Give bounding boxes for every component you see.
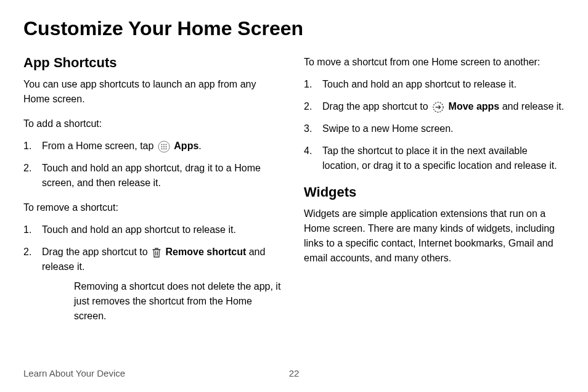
remove-shortcut-lead: To remove a shortcut:	[23, 200, 284, 215]
move-shortcut-lead: To move a shortcut from one Home screen …	[304, 55, 565, 70]
svg-point-6	[165, 146, 166, 147]
move-step-1: Touch and hold an app shortcut to releas…	[304, 77, 565, 92]
svg-point-4	[161, 146, 162, 147]
svg-point-1	[161, 144, 162, 145]
remove-step-2: Drag the app shortcut to Remove shortcut…	[23, 245, 284, 324]
remove-shortcut-steps: Touch and hold an app shortcut to releas…	[23, 223, 284, 324]
add-step-1-bold: Apps	[174, 141, 198, 151]
svg-point-3	[165, 144, 166, 145]
page-title: Customize Your Home Screen	[23, 17, 565, 40]
add-step-1-pre: From a Home screen, tap	[42, 141, 157, 151]
add-step-1: From a Home screen, tap Apps.	[23, 139, 284, 153]
left-column: App Shortcuts You can use app shortcuts …	[23, 55, 284, 333]
svg-point-9	[165, 148, 166, 149]
remove-step-2-bold: Remove shortcut	[166, 247, 247, 257]
remove-step-2-pre: Drag the app shortcut to	[42, 247, 150, 257]
svg-point-7	[161, 148, 162, 149]
svg-point-2	[163, 144, 165, 145]
remove-note: Removing a shortcut does not delete the …	[74, 279, 284, 324]
remove-step-1: Touch and hold an app shortcut to releas…	[23, 223, 284, 237]
move-step-2-pre: Drag the app shortcut to	[322, 101, 431, 112]
move-shortcut-steps: Touch and hold an app shortcut to releas…	[304, 77, 565, 173]
move-step-2-post: and release it.	[499, 101, 564, 112]
trash-icon	[152, 247, 161, 258]
add-shortcut-lead: To add a shortcut:	[23, 116, 284, 131]
app-shortcuts-intro: You can use app shortcuts to launch an a…	[23, 77, 284, 107]
move-step-4: Tap the shortcut to place it in the next…	[304, 144, 565, 173]
widgets-body: Widgets are simple application extension…	[304, 206, 565, 266]
widgets-heading: Widgets	[304, 184, 565, 200]
add-shortcut-steps: From a Home screen, tap Apps. Touch and …	[23, 139, 284, 190]
footer-page-number: 22	[289, 368, 300, 378]
move-step-3: Swipe to a new Home screen.	[304, 121, 565, 136]
add-step-1-post: .	[198, 141, 201, 151]
footer-section: Learn About Your Device	[23, 368, 125, 378]
app-shortcuts-heading: App Shortcuts	[23, 55, 284, 71]
add-step-2: Touch and hold an app shortcut, drag it …	[23, 161, 284, 190]
move-apps-icon	[432, 101, 444, 113]
move-step-2-bold: Move apps	[449, 101, 500, 112]
apps-grid-icon	[158, 141, 170, 153]
svg-point-8	[163, 148, 165, 149]
content-columns: App Shortcuts You can use app shortcuts …	[23, 55, 565, 333]
right-column: To move a shortcut from one Home screen …	[304, 55, 565, 333]
move-step-2: Drag the app shortcut to Move apps and r…	[304, 99, 565, 114]
page-footer: Learn About Your Device 22	[23, 368, 565, 378]
svg-point-5	[163, 146, 165, 147]
